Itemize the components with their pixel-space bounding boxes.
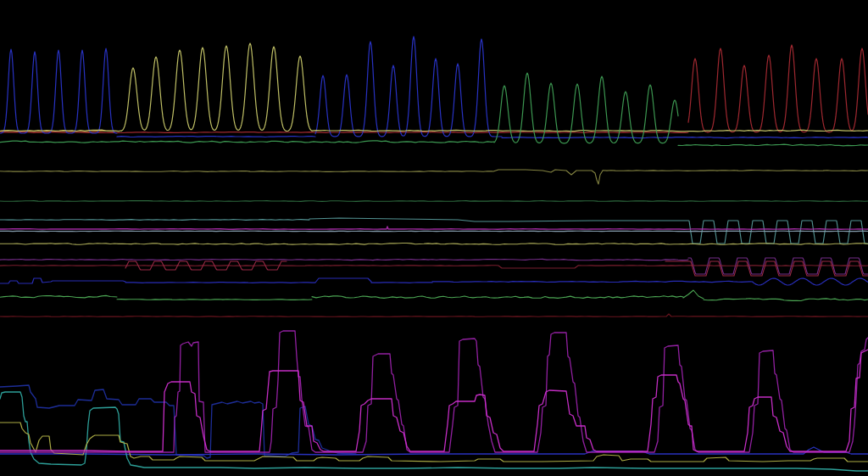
signal-plot-canvas <box>0 0 868 476</box>
signal-trace-screen <box>0 0 868 476</box>
